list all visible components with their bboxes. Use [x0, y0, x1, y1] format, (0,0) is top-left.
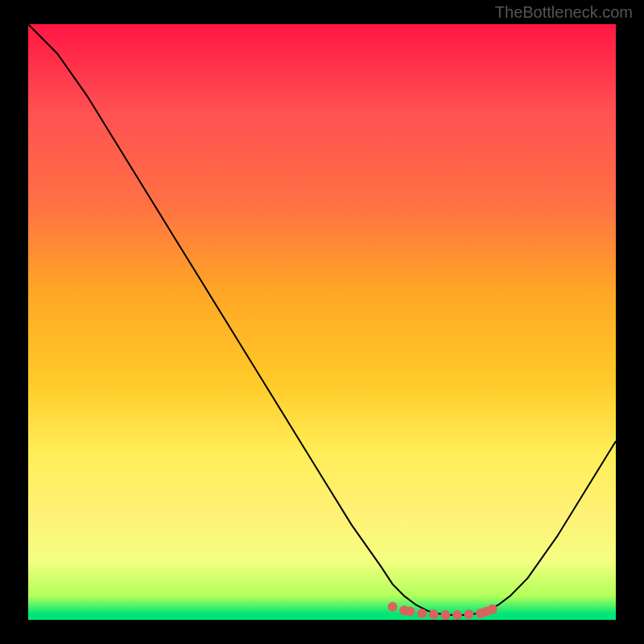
- marker-dot: [464, 609, 474, 619]
- marker-dot: [488, 605, 497, 614]
- watermark-text: TheBottleneck.com: [495, 3, 633, 22]
- chart-background-gradient: [28, 24, 616, 620]
- marker-dot: [452, 610, 462, 620]
- marker-dot: [417, 609, 427, 618]
- chart-plot-area: [28, 24, 616, 620]
- chart-svg: [28, 24, 616, 620]
- marker-dot: [406, 607, 415, 617]
- marker-dot: [440, 610, 450, 620]
- marker-dot: [429, 609, 439, 619]
- marker-dot: [388, 602, 398, 612]
